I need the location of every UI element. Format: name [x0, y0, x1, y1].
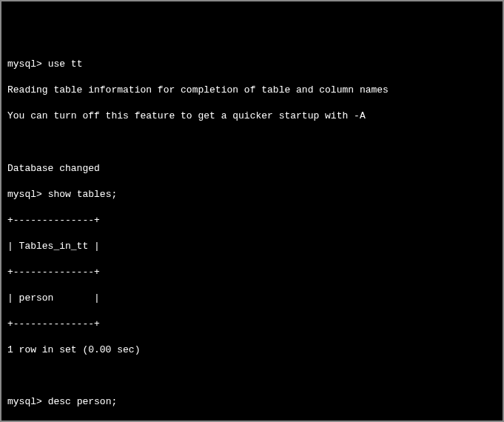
use-output-2: You can turn off this feature to get a q…: [7, 110, 497, 123]
cmd-show-tables: show tables;: [48, 189, 118, 200]
tables-header: | Tables_in_tt |: [7, 240, 497, 253]
cmd-desc: desc person;: [48, 396, 118, 407]
mysql-prompt: mysql>: [7, 189, 42, 200]
tables-border-top: +--------------+: [7, 214, 497, 227]
tables-border-mid: +--------------+: [7, 266, 497, 279]
mysql-prompt: mysql>: [7, 396, 42, 407]
mysql-prompt: mysql>: [7, 58, 42, 70]
mysql-desc-line[interactable]: mysql> desc person;: [7, 395, 497, 409]
blank: [7, 135, 497, 149]
tables-border-bot: +--------------+: [7, 318, 497, 331]
mysql-show-tables-line[interactable]: mysql> show tables;: [7, 188, 497, 201]
cmd-use: use tt: [48, 58, 83, 70]
db-changed: Database changed: [7, 162, 497, 175]
blank: [7, 369, 497, 383]
tables-footer: 1 row in set (0.00 sec): [7, 344, 497, 357]
mysql-use-line[interactable]: mysql> use tt: [7, 58, 497, 71]
use-output-1: Reading table information for completion…: [7, 84, 497, 97]
tables-row-1: | person |: [7, 292, 497, 305]
